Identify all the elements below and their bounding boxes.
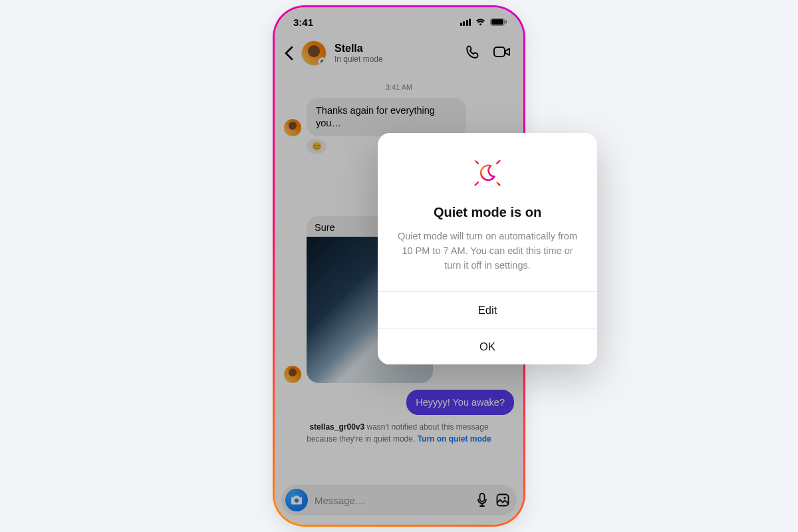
svg-line-13 (497, 182, 499, 185)
svg-line-14 (497, 161, 499, 164)
edit-button[interactable]: Edit (378, 291, 597, 328)
quiet-mode-modal: Quiet mode is on Quiet mode will turn on… (378, 133, 597, 364)
ok-button[interactable]: OK (378, 328, 597, 364)
quiet-mode-icon (467, 153, 507, 193)
svg-line-12 (475, 161, 478, 164)
svg-line-15 (475, 182, 478, 185)
modal-description: Quiet mode will turn on automatically fr… (394, 229, 581, 273)
modal-title: Quiet mode is on (394, 205, 581, 220)
